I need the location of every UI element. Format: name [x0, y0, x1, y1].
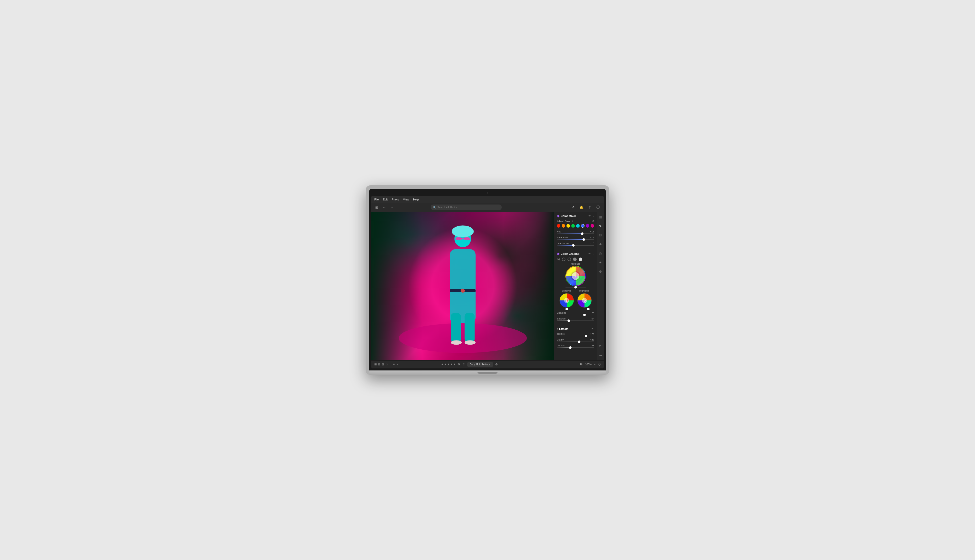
menu-help[interactable]: Help	[413, 198, 419, 201]
color-circle-blue[interactable]	[581, 224, 584, 228]
adjust-chevron[interactable]: ▾	[572, 220, 573, 222]
fit-label: Fit	[580, 363, 583, 366]
tool-heal[interactable]: ✚	[598, 242, 603, 247]
star-1[interactable]: ★	[441, 363, 444, 366]
highlights-wheel-svg	[577, 293, 592, 308]
clarity-value: +26	[590, 338, 594, 341]
filter-icon[interactable]: ⧩	[571, 205, 575, 210]
cg-circle-2[interactable]	[568, 258, 571, 261]
highlights-lum-thumb[interactable]	[587, 308, 589, 310]
effects-visibility-icon[interactable]: 👁	[592, 327, 594, 330]
cg-visibility-icon[interactable]: 👁	[588, 252, 591, 255]
bottom-right: Fit 100% ▾ ⬡	[580, 363, 601, 366]
visibility-icon[interactable]: 👁	[588, 214, 591, 217]
grid-large-icon[interactable]: ⊞	[374, 363, 377, 366]
balance-track[interactable]	[557, 320, 594, 321]
clarity-thumb[interactable]	[578, 340, 581, 343]
color-circle-magenta[interactable]	[591, 224, 594, 228]
grid-small-icon[interactable]: ⊟	[382, 363, 384, 366]
expand-icon[interactable]: ⌄	[592, 214, 594, 217]
sort-icon[interactable]: ▾	[397, 363, 399, 366]
bell-icon[interactable]: 🔔	[578, 205, 584, 210]
texture-track[interactable]	[557, 336, 594, 336]
midtones-lum-thumb[interactable]	[574, 286, 577, 288]
dehaze-track[interactable]	[557, 347, 594, 348]
hue-label-row: Hue +15	[557, 230, 594, 233]
tool-eyedropper[interactable]: ✦	[598, 260, 603, 265]
blending-slider-row: Blending 74	[557, 311, 594, 315]
forward-btn[interactable]: →	[389, 205, 395, 210]
menu-edit[interactable]: Edit	[383, 198, 388, 201]
view-icons: ⊞ ⊡ ⊟ □	[374, 363, 387, 366]
clarity-track[interactable]	[557, 342, 594, 342]
menu-file[interactable]: File	[374, 198, 379, 201]
reset-icon[interactable]: ↺	[592, 220, 594, 223]
color-circle-orange[interactable]	[562, 224, 565, 228]
star-2[interactable]: ★	[444, 363, 447, 366]
dehaze-thumb[interactable]	[569, 347, 571, 349]
info-icon[interactable]: ⓘ	[595, 205, 601, 210]
tools-sidebar: ▦ ✎ ⊡ ✚ ◎ ✦ ⚙ ⟳ •••	[597, 212, 604, 360]
tool-crop[interactable]: ⊡	[598, 232, 603, 238]
reject-icon[interactable]: ⊗	[462, 363, 465, 366]
cg-circle-1[interactable]	[562, 258, 566, 261]
tool-more[interactable]: •••	[598, 353, 603, 358]
cg-link-icon[interactable]: ⋈	[557, 258, 560, 261]
svg-rect-3	[465, 313, 475, 343]
cg-circle-3[interactable]	[573, 258, 577, 261]
highlights-lum-track[interactable]	[577, 309, 592, 309]
search-input[interactable]	[437, 206, 499, 209]
zoom-chevron[interactable]: ▾	[594, 363, 596, 366]
hue-thumb[interactable]	[581, 232, 583, 235]
star-4[interactable]: ★	[450, 363, 453, 366]
lum-track[interactable]	[557, 245, 594, 246]
midtones-wheel[interactable]	[566, 266, 586, 286]
menu-photo[interactable]: Photo	[392, 198, 399, 201]
effects-arrow-icon[interactable]: ▾	[557, 328, 558, 330]
color-circle-red[interactable]	[557, 224, 560, 228]
gear-icon[interactable]: ⚙	[495, 363, 498, 366]
highlights-wheel[interactable]	[577, 293, 592, 308]
color-circle-aqua[interactable]	[576, 224, 580, 228]
star-3[interactable]: ★	[447, 363, 450, 366]
svg-point-12	[461, 288, 465, 293]
single-icon[interactable]: □	[386, 363, 387, 366]
tool-histogram[interactable]: ▦	[598, 214, 603, 220]
zoom-label[interactable]: 100%	[585, 363, 592, 366]
lum-thumb[interactable]	[572, 244, 574, 247]
sidebar-toggle-btn[interactable]: ⊞	[374, 205, 379, 210]
midtones-lum-track[interactable]	[566, 287, 586, 287]
color-circle-green[interactable]	[571, 224, 575, 228]
sat-thumb[interactable]	[583, 238, 585, 241]
texture-thumb[interactable]	[585, 335, 587, 337]
midtones-wheel-svg	[566, 266, 586, 286]
shadows-lum-thumb[interactable]	[566, 308, 568, 310]
blending-thumb[interactable]	[583, 313, 586, 316]
balance-thumb[interactable]	[568, 320, 570, 322]
share-icon[interactable]: ⬆	[588, 205, 593, 210]
tool-settings[interactable]: ⚙	[598, 269, 603, 275]
shadows-lum-track[interactable]	[559, 309, 574, 309]
color-circle-purple[interactable]	[586, 224, 589, 228]
dehaze-label-row: Dehaze -43	[557, 344, 594, 347]
flag-icon[interactable]: ⚑	[458, 363, 461, 366]
list-view-icon[interactable]: ≡	[393, 363, 394, 366]
grid-medium-icon[interactable]: ⊡	[378, 363, 381, 366]
color-circle-yellow[interactable]	[566, 224, 570, 228]
blending-track[interactable]	[557, 315, 594, 315]
hue-track[interactable]	[557, 233, 594, 234]
star-5[interactable]: ★	[453, 363, 456, 366]
tool-mask[interactable]: ◎	[598, 251, 603, 256]
sat-track[interactable]	[557, 239, 594, 240]
lum-label-row: Luminance -10	[557, 242, 594, 245]
tool-history[interactable]: ⟳	[598, 343, 603, 349]
tool-edit[interactable]: ✎	[598, 223, 603, 229]
cg-circle-4[interactable]	[579, 258, 582, 261]
menu-view[interactable]: View	[403, 198, 409, 201]
cg-expand-icon[interactable]: ⌄	[592, 252, 594, 255]
toolbar-right: ⧩ 🔔 ⬆ ⓘ	[571, 205, 601, 210]
shadows-wheel[interactable]	[559, 293, 574, 308]
copy-edit-btn[interactable]: Copy Edit Settings	[467, 362, 493, 367]
export-icon[interactable]: ⬡	[598, 363, 601, 366]
back-btn[interactable]: ←	[382, 205, 387, 210]
